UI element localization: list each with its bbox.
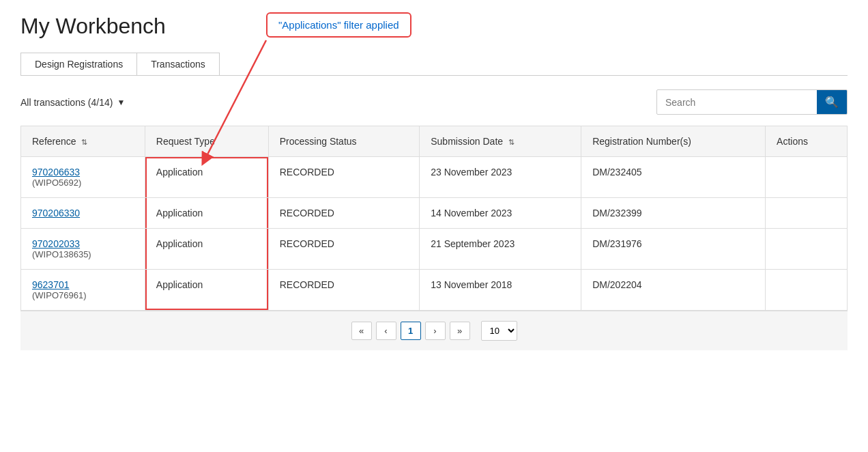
reference-sub: (WIPO76961)	[32, 290, 134, 300]
prev-page-button[interactable]: ‹	[376, 322, 396, 340]
table-row: 9623701(WIPO76961)ApplicationRECORDED13 …	[21, 270, 848, 311]
next-page-button[interactable]: ›	[425, 322, 446, 340]
cell-actions	[766, 270, 848, 311]
page-size-select[interactable]: 10 25 50	[481, 321, 517, 341]
highlight-outline	[145, 198, 268, 228]
toolbar-row: All transactions (4/14) ▼ 🔍	[20, 89, 848, 115]
table-row: 970206330ApplicationRECORDED14 November …	[21, 198, 848, 229]
cell-reference: 970206330	[21, 198, 145, 229]
first-page-button[interactable]: «	[351, 322, 372, 340]
cell-reference: 9623701(WIPO76961)	[21, 270, 145, 311]
cell-actions	[766, 198, 848, 229]
filter-label: All transactions (4/14)	[20, 97, 113, 108]
highlight-outline	[145, 270, 268, 310]
tab-design-registrations[interactable]: Design Registrations	[20, 53, 136, 75]
reference-link[interactable]: 9623701	[32, 279, 70, 290]
cell-request-type: Application	[145, 198, 268, 229]
search-input[interactable]	[657, 91, 817, 113]
cell-request-type: Application	[145, 157, 268, 198]
highlight-outline	[145, 157, 268, 197]
chevron-down-icon: ▼	[117, 98, 125, 107]
col-processing-status: Processing Status	[268, 126, 420, 157]
reference-link[interactable]: 970206330	[32, 208, 80, 218]
reference-link[interactable]: 970206633	[32, 167, 80, 178]
cell-reference: 970206633(WIPO5692)	[21, 157, 145, 198]
cell-reference: 970202033(WIPO138635)	[21, 229, 145, 270]
cell-actions	[766, 157, 848, 198]
cell-request-type: Application	[145, 270, 268, 311]
search-button[interactable]: 🔍	[817, 90, 847, 114]
cell-registration-numbers: DM/232405	[581, 157, 766, 198]
cell-processing-status: RECORDED	[268, 157, 420, 198]
cell-registration-numbers: DM/202204	[581, 270, 766, 311]
col-registration-numbers: Registration Number(s)	[581, 126, 766, 157]
table-row: 970202033(WIPO138635)ApplicationRECORDED…	[21, 229, 848, 270]
last-page-button[interactable]: »	[450, 322, 470, 340]
cell-submission-date: 21 September 2023	[420, 229, 581, 270]
cell-request-type: Application	[145, 229, 268, 270]
cell-actions	[766, 229, 848, 270]
tabs-row: Design Registrations Transactions	[20, 53, 848, 76]
cell-registration-numbers: DM/231976	[581, 229, 766, 270]
col-reference: Reference ⇅	[21, 126, 145, 157]
page-title: My Workbench	[20, 14, 848, 39]
sort-icon-reference[interactable]: ⇅	[81, 138, 87, 147]
table-row: 970206633(WIPO5692)ApplicationRECORDED23…	[21, 157, 848, 198]
table-header-row: Reference ⇅ Request Type Processing Stat…	[21, 126, 848, 157]
col-request-type: Request Type	[145, 126, 268, 157]
reference-link[interactable]: 970202033	[32, 238, 80, 249]
cell-submission-date: 14 November 2023	[420, 198, 581, 229]
reference-sub: (WIPO138635)	[32, 249, 134, 259]
col-actions: Actions	[766, 126, 848, 157]
filter-dropdown[interactable]: All transactions (4/14) ▼	[20, 97, 125, 108]
cell-registration-numbers: DM/232399	[581, 198, 766, 229]
cell-processing-status: RECORDED	[268, 229, 420, 270]
current-page-button[interactable]: 1	[401, 322, 421, 340]
reference-sub: (WIPO5692)	[32, 178, 134, 188]
cell-submission-date: 13 November 2018	[420, 270, 581, 311]
cell-processing-status: RECORDED	[268, 198, 420, 229]
cell-processing-status: RECORDED	[268, 270, 420, 311]
search-box: 🔍	[656, 89, 848, 115]
pagination-row: « ‹ 1 › » 10 25 50	[20, 311, 848, 350]
col-submission-date: Submission Date ⇅	[420, 126, 581, 157]
cell-submission-date: 23 November 2023	[420, 157, 581, 198]
transactions-table: Reference ⇅ Request Type Processing Stat…	[20, 126, 848, 311]
tab-transactions[interactable]: Transactions	[136, 53, 220, 75]
sort-icon-submission-date[interactable]: ⇅	[508, 138, 515, 147]
highlight-outline	[145, 229, 268, 269]
